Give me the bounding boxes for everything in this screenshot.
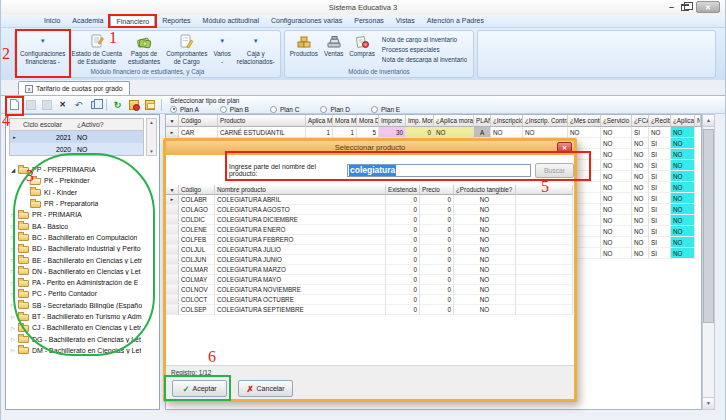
ribbon-tab-reportes[interactable]: Reportes <box>157 15 195 27</box>
tree-item-pc[interactable]: ▷PC - Perito Contador <box>8 288 158 299</box>
filter-icon: ▼ <box>166 185 179 195</box>
undo-button[interactable]: ↶ <box>71 98 86 112</box>
product-row[interactable]: COLAGOCOLEGIATURA AGOSTO00NO <box>166 205 574 215</box>
productos-button[interactable]: Productos <box>287 31 321 68</box>
radio-plan-d[interactable]: Plan D <box>320 106 350 113</box>
restore-button[interactable] <box>681 4 689 11</box>
cell: COLEGIATURA DICIEMBRE <box>215 215 386 225</box>
varios-button[interactable]: ▼Varios- <box>210 31 233 68</box>
refresh-button[interactable]: ↻ <box>110 98 125 112</box>
scroll-up-icon[interactable]: ▲ <box>703 115 714 127</box>
cycle-grid-scrollbar[interactable]: ▲ ▼ <box>146 118 157 156</box>
ribbon-tab-m-dulo-actitudinal[interactable]: Módulo actitudinal <box>198 15 264 27</box>
estado-de-cuenta-button[interactable]: Estado de Cuentade Estudiante <box>69 31 125 68</box>
menu-item-nota-de-cargo-al-inventario[interactable]: Nota de cargo al inventario <box>382 36 467 43</box>
grid-vertical-scrollbar[interactable]: ▲ ▼ <box>702 114 715 410</box>
delete-button[interactable]: ✕ <box>55 98 70 112</box>
product-row[interactable]: COLDICCOLEGIATURA DICIEMBRE00NO <box>166 215 574 225</box>
tree-item-dn[interactable]: ▷DN - Bachillerato en Ciencias y Let <box>8 266 158 277</box>
product-row[interactable]: ►COLABRCOLEGIATURA ABRIL00NO <box>166 195 574 205</box>
tree-item-pr[interactable]: PR - Preparatoria <box>8 198 158 209</box>
ventas-button[interactable]: Ventas <box>321 31 346 68</box>
cell: 0 <box>386 235 420 245</box>
tree-item-pp[interactable]: ◢PP - PREPRIMARIA <box>8 164 158 175</box>
product-row[interactable]: COLSEPCOLEGIATURA SEPTIEMBRE00NO <box>166 305 574 315</box>
product-row[interactable]: COLJULCOLEGIATURA JULIO00NO <box>166 245 574 255</box>
titlebar: Sistema Educativa 3 – ✕ <box>1 0 725 15</box>
minimize-button[interactable]: – <box>669 3 674 12</box>
cycle-row[interactable]: ►2021NO <box>10 131 143 143</box>
ribbon-tab-personas[interactable]: Personas <box>349 15 389 27</box>
ribbon-tab-inicio[interactable]: Inicio <box>39 15 65 27</box>
tab-close-icon[interactable]: x <box>25 85 33 93</box>
product-row[interactable]: COLENECOLEGIATURA ENERO00NO <box>166 225 574 235</box>
compras-button[interactable]: Compras <box>346 31 378 68</box>
product-row[interactable]: COLMAYCOLEGIATURA MAYO00NO <box>166 275 574 285</box>
tree-item-dg[interactable]: ▷DG - Bachillerato en Ciencias y Let <box>8 333 158 344</box>
ribbon-tab-configuraciones-varias[interactable]: Configuraciones varias <box>266 15 347 27</box>
radio-plan-b[interactable]: Plan B <box>220 106 249 113</box>
cell: 0 <box>420 225 454 235</box>
table-row[interactable]: ►CARCARNÉ ESTUDIANTIL115300NOANONONONOSI… <box>166 127 701 138</box>
tree-item-be[interactable]: ▷BE - Bachillerato en Ciencias y Letr <box>8 254 158 265</box>
column-header: ¿Recibo <box>649 115 671 127</box>
product-row[interactable]: COLOCTCOLEGIATURA OCTUBRE00NO <box>166 295 574 305</box>
new-record-button[interactable] <box>7 98 22 112</box>
close-button[interactable]: ✕ <box>696 1 720 13</box>
ribbon-tab-vistas[interactable]: Vistas <box>391 15 420 27</box>
tree-item-ba[interactable]: ▷BA - Básico <box>8 220 158 231</box>
folder-icon <box>18 291 29 298</box>
row-marker-icon: ► <box>166 127 179 138</box>
scrollbar-thumb[interactable] <box>703 129 714 323</box>
export-button[interactable] <box>142 98 157 112</box>
tab-tarifario-de-cuotas[interactable]: x Tarifario de cuotas por grado <box>18 81 130 95</box>
scroll-down-icon[interactable]: ▼ <box>149 149 153 154</box>
column-header: Producto <box>218 115 306 127</box>
cell: NO <box>454 285 516 295</box>
tree-item-pk[interactable]: PK - Prekinder <box>8 175 158 186</box>
scroll-down-icon[interactable]: ▼ <box>703 397 714 409</box>
cell: 0 <box>420 285 454 295</box>
tree-item-bd[interactable]: ▷BD - Bachillerato Industrial y Perito <box>8 243 158 254</box>
product-row[interactable]: COLMARCOLEGIATURA MARZO00NO <box>166 265 574 275</box>
cell: COLEGIATURA MAYO <box>215 275 386 285</box>
cell: NO <box>632 149 649 160</box>
menu-item-nota-de-descarga-al-inventario[interactable]: Nota de descarga al inventario <box>382 56 467 63</box>
menu-item-procesos-especiales[interactable]: Procesos especiales <box>382 46 467 53</box>
radio-plan-c[interactable]: Plan C <box>270 106 300 113</box>
comprobantes-de-cargo-button[interactable]: Comprobantesde Cargo <box>163 31 210 68</box>
cell: NO <box>454 225 516 235</box>
radio-plan-a[interactable]: Plan A <box>170 106 199 113</box>
product-row[interactable]: COLFEBCOLEGIATURA FEBRERO00NO <box>166 235 574 245</box>
tree-item-bt[interactable]: ▷BT - Bachillerato en Turismo y Adm <box>8 311 158 322</box>
radio-plan-e[interactable]: Plan E <box>371 106 400 113</box>
cell: NO <box>454 275 516 285</box>
product-name-input[interactable]: colegiatura <box>347 164 531 177</box>
ribbon-tab-atenci-n-a-padres[interactable]: Atención a Padres <box>422 15 489 27</box>
tree-item-pa[interactable]: ▷PA - Perito en Administración de E <box>8 277 158 288</box>
buscar-button[interactable]: Buscar <box>535 163 574 178</box>
caja-y-relacionados-button[interactable]: ▼Caja yrelacionados- <box>234 31 278 68</box>
column-header <box>516 185 573 195</box>
copy-button[interactable] <box>87 98 102 112</box>
product-row[interactable]: COLJUNCOLEGIATURA JUNIO00NO <box>166 255 574 265</box>
ribbon-tab-financiero[interactable]: Financiero <box>110 15 155 27</box>
configuraciones-financieras-button[interactable]: ▼Configuracionesfinancieras - <box>17 31 69 68</box>
tree-item-bc[interactable]: ▷BC - Bachillerato en Computación <box>8 232 158 243</box>
tree-item-sb[interactable]: ▷SB - Secretariado Bilingüe (Españo <box>8 300 158 311</box>
scroll-up-icon[interactable]: ▲ <box>149 120 153 125</box>
cell: NO <box>632 204 649 215</box>
aceptar-button[interactable]: ✓ Aceptar <box>172 380 227 397</box>
dialog-close-button[interactable]: ✕ <box>557 142 572 153</box>
tree-item-cj[interactable]: ▷CJ - Bachillerato en Ciencias y Letr <box>8 322 158 333</box>
tree-item-dm[interactable]: ▷DM - Bachillerato en Ciencias y Let <box>8 345 158 356</box>
ribbon-tab-academia[interactable]: Academia <box>67 15 108 27</box>
tree-item-pr[interactable]: ▷PR - PRIMARIA <box>8 209 158 220</box>
pagos-de-estudiantes-button[interactable]: Pagos deestudiantes <box>125 31 163 68</box>
cycle-row[interactable]: 2020NO <box>10 143 143 155</box>
cell: NO <box>601 138 632 149</box>
product-row[interactable]: COLNOVCOLEGIATURA NOVIEMBRE00NO <box>166 285 574 295</box>
cancelar-button[interactable]: ✗ Cancelar <box>238 380 293 397</box>
post-button[interactable] <box>126 98 141 112</box>
tree-item-ki[interactable]: KI - Kinder <box>8 187 158 198</box>
